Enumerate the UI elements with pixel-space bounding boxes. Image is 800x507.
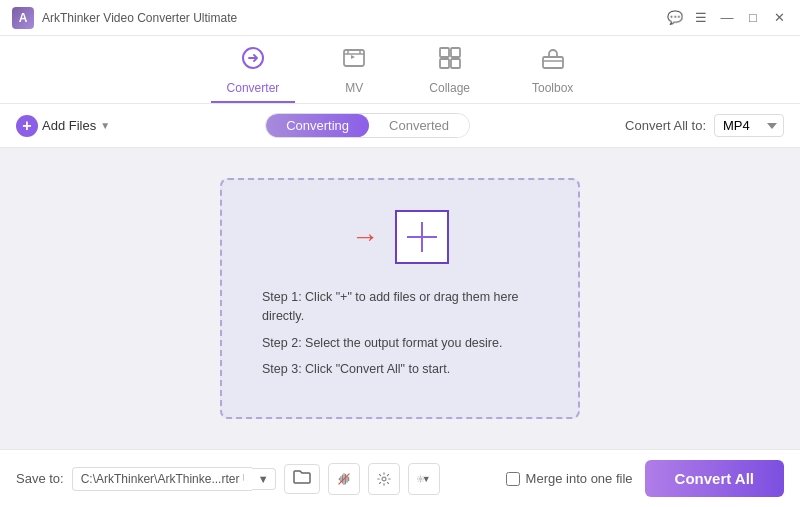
svg-rect-3 <box>451 48 460 57</box>
maximize-button[interactable]: □ <box>744 9 762 27</box>
nav-tabs: Converter MV Collage <box>0 36 800 104</box>
svg-rect-4 <box>440 59 449 68</box>
app-logo: A <box>12 7 34 29</box>
converter-icon <box>240 45 266 77</box>
settings-tool-button[interactable] <box>368 463 400 495</box>
svg-point-8 <box>382 477 386 481</box>
collage-icon <box>437 45 463 77</box>
add-icon-area: → <box>351 210 449 264</box>
title-bar: A ArkThinker Video Converter Ultimate 💬 … <box>0 0 800 36</box>
bottom-right: Merge into one file Convert All <box>506 460 784 497</box>
bottom-bar: Save to: ▼ <box>0 449 800 507</box>
toolbar: + Add Files ▼ Converting Converted Conve… <box>0 104 800 148</box>
tab-switcher: Converting Converted <box>265 113 470 138</box>
app-title: ArkThinker Video Converter Ultimate <box>42 11 237 25</box>
chat-icon[interactable]: 💬 <box>666 9 684 27</box>
save-path-dropdown-button[interactable]: ▼ <box>252 468 276 490</box>
save-path-input[interactable] <box>72 467 252 491</box>
svg-rect-5 <box>451 59 460 68</box>
format-select[interactable]: MP4 AVI MOV MKV MP3 <box>714 114 784 137</box>
toolbox-icon <box>540 45 566 77</box>
tab-toolbox-label: Toolbox <box>532 81 573 95</box>
minimize-button[interactable]: — <box>718 9 736 27</box>
tab-mv-label: MV <box>345 81 363 95</box>
title-bar-left: A ArkThinker Video Converter Ultimate <box>12 7 237 29</box>
merge-checkbox-text: Merge into one file <box>526 471 633 486</box>
no-audio-tool-button[interactable] <box>328 463 360 495</box>
step-3-text: Step 3: Click "Convert All" to start. <box>262 360 538 379</box>
arrow-right-icon: → <box>351 221 379 253</box>
add-files-label: Add Files <box>42 118 96 133</box>
folder-open-button[interactable] <box>284 464 320 494</box>
mv-icon <box>341 45 367 77</box>
close-button[interactable]: ✕ <box>770 9 788 27</box>
add-files-dropdown-icon: ▼ <box>100 120 110 131</box>
svg-rect-1 <box>344 50 364 66</box>
tab-converter[interactable]: Converter <box>211 39 296 103</box>
title-bar-controls: 💬 ☰ — □ ✕ <box>666 9 788 27</box>
tab-toolbox[interactable]: Toolbox <box>516 39 589 103</box>
tab-collage[interactable]: Collage <box>413 39 486 103</box>
step-1-text: Step 1: Click "+" to add files or drag t… <box>262 288 538 326</box>
add-files-plus-icon: + <box>16 115 38 137</box>
drop-zone[interactable]: → Step 1: Click "+" to add files or drag… <box>220 178 580 419</box>
more-settings-button[interactable]: ▼ <box>408 463 440 495</box>
convert-all-to-label: Convert All to: <box>625 118 706 133</box>
tab-converter-label: Converter <box>227 81 280 95</box>
converted-tab[interactable]: Converted <box>369 114 469 137</box>
svg-rect-6 <box>543 57 563 68</box>
tab-collage-label: Collage <box>429 81 470 95</box>
converting-tab[interactable]: Converting <box>266 114 369 137</box>
plus-box <box>395 210 449 264</box>
svg-rect-2 <box>440 48 449 57</box>
add-files-button[interactable]: + Add Files ▼ <box>16 115 110 137</box>
step-2-text: Step 2: Select the output format you des… <box>262 334 538 353</box>
convert-all-to: Convert All to: MP4 AVI MOV MKV MP3 <box>625 114 784 137</box>
save-to: Save to: ▼ <box>16 463 440 495</box>
merge-checkbox-input[interactable] <box>506 472 520 486</box>
main-content: → Step 1: Click "+" to add files or drag… <box>0 148 800 449</box>
steps: Step 1: Click "+" to add files or drag t… <box>262 288 538 387</box>
save-path-container: ▼ <box>72 467 276 491</box>
menu-icon[interactable]: ☰ <box>692 9 710 27</box>
save-to-label: Save to: <box>16 471 64 486</box>
tab-mv[interactable]: MV <box>325 39 383 103</box>
bottom-tools: ▼ <box>328 463 440 495</box>
merge-checkbox-label[interactable]: Merge into one file <box>506 471 633 486</box>
convert-all-button[interactable]: Convert All <box>645 460 784 497</box>
